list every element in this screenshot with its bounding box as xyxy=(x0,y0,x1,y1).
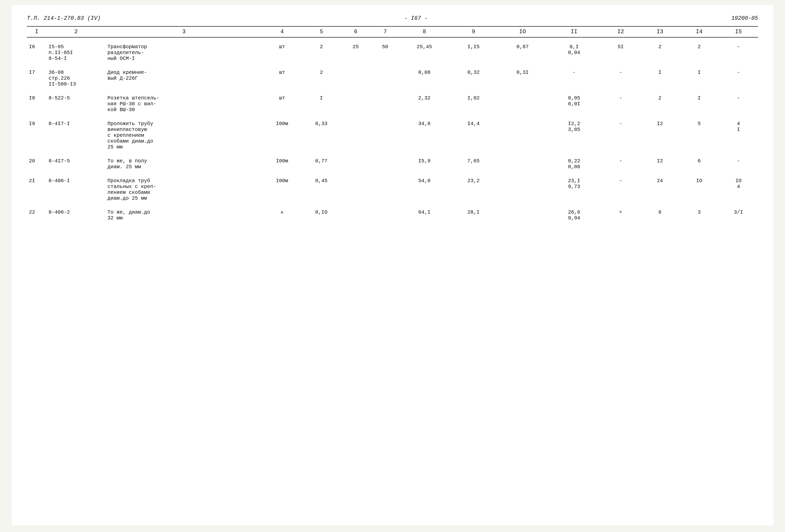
row21-col10 xyxy=(498,176,547,203)
row-spacer xyxy=(27,88,758,94)
row21-col5: 0,45 xyxy=(302,176,341,203)
row20-col15: - xyxy=(719,157,758,171)
page-header: Т.П. 214-1-270.83 (IV) - I67 - 19200-05 xyxy=(27,15,758,22)
row18-col15: - xyxy=(719,94,758,114)
row16-col4: шт xyxy=(262,43,302,63)
row22-col11: 26,6 9,94 xyxy=(547,208,601,222)
row20-col10 xyxy=(498,157,547,171)
row-spacer xyxy=(27,37,758,43)
row19-col3: Проложить трубувинипластовуюс креплением… xyxy=(105,119,262,152)
col-header-8: 8 xyxy=(400,26,449,37)
col-header-6: 6 xyxy=(341,26,371,37)
col-header-5: 5 xyxy=(302,26,341,37)
row17-col13: I xyxy=(640,68,680,88)
row17-col7 xyxy=(371,68,400,88)
row16-col10: 0,87 xyxy=(498,43,547,63)
row18-col1: I8 xyxy=(27,94,47,114)
row20-col1: 20 xyxy=(27,157,47,171)
row20-col12: - xyxy=(601,157,640,171)
col-header-4: 4 xyxy=(262,26,302,37)
row16-col9: I,I5 xyxy=(449,43,498,63)
row17-col15: - xyxy=(719,68,758,88)
row20-col5: 0,77 xyxy=(302,157,341,171)
page: Т.П. 214-1-270.83 (IV) - I67 - 19200-05 … xyxy=(12,5,773,525)
main-table: I 2 3 4 5 6 7 8 9 IO II I2 I3 I4 I5 xyxy=(27,26,758,222)
row19-col1: I9 xyxy=(27,119,47,152)
row21-col13: 24 xyxy=(640,176,680,203)
row18-col14: I xyxy=(680,94,719,114)
col-header-2: 2 xyxy=(47,26,105,37)
row21-col14: IO xyxy=(680,176,719,203)
row-spacer xyxy=(27,63,758,68)
row-spacer xyxy=(27,203,758,208)
row18-col6 xyxy=(341,94,371,114)
row16-col15: - xyxy=(719,43,758,63)
row22-col14: 3 xyxy=(680,208,719,222)
col-header-15: I5 xyxy=(719,26,758,37)
row20-col9: 7,65 xyxy=(449,157,498,171)
row18-col7 xyxy=(371,94,400,114)
row18-col3: Розетка штепсель-ная РШ-30 с вил-кой ВШ-… xyxy=(105,94,262,114)
row19-col2: 8-4I7-I xyxy=(47,119,105,152)
row21-col12: - xyxy=(601,176,640,203)
row-spacer xyxy=(27,171,758,176)
row18-col4: шт xyxy=(262,94,302,114)
row20-col4: I00м xyxy=(262,157,302,171)
header-right: 19200-05 xyxy=(731,15,758,22)
row22-col13: 6 xyxy=(640,208,680,222)
row16-col6: 25 xyxy=(341,43,371,63)
row17-col8: 0,08 xyxy=(400,68,449,88)
row17-col11: - xyxy=(547,68,601,88)
row21-col7 xyxy=(371,176,400,203)
row16-col1: I6 xyxy=(27,43,47,63)
table-row: 20 8-4I7-5 То же, в полудиам. 25 мм I00м… xyxy=(27,157,758,171)
col-header-10: IO xyxy=(498,26,547,37)
row21-col2: 8-406-I xyxy=(47,176,105,203)
row17-col5: 2 xyxy=(302,68,341,88)
row18-col13: 2 xyxy=(640,94,680,114)
row18-col10 xyxy=(498,94,547,114)
row22-col5: 0,IO xyxy=(302,208,341,222)
row22-col10 xyxy=(498,208,547,222)
row16-col13: 2 xyxy=(640,43,680,63)
col-header-14: I4 xyxy=(680,26,719,37)
row21-col6 xyxy=(341,176,371,203)
row19-col11: I2,2 3,85 xyxy=(547,119,601,152)
row18-col2: 8-522-5 xyxy=(47,94,105,114)
row17-col4: шт xyxy=(262,68,302,88)
row20-col6 xyxy=(341,157,371,171)
row21-col15: IO 4 xyxy=(719,176,758,203)
row19-col15: 4 I xyxy=(719,119,758,152)
row17-col10: 0,3I xyxy=(498,68,547,88)
row21-col1: 2I xyxy=(27,176,47,203)
header-center: - I67 - xyxy=(404,15,428,22)
row22-col7 xyxy=(371,208,400,222)
row19-col13: I2 xyxy=(640,119,680,152)
row16-col2: I5-05п.II-05I8-54-I xyxy=(47,43,105,63)
row16-col8: 25,45 xyxy=(400,43,449,63)
row21-col4: I00м xyxy=(262,176,302,203)
row20-col7 xyxy=(371,157,400,171)
row17-col1: I7 xyxy=(27,68,47,88)
row19-col6 xyxy=(341,119,371,152)
col-header-7: 7 xyxy=(371,26,400,37)
row22-col12: = xyxy=(601,208,640,222)
row19-col8: 34,8 xyxy=(400,119,449,152)
table-row: I7 36-08стр.226II-580-I3 Диод кремние-вы… xyxy=(27,68,758,88)
row22-col4: » xyxy=(262,208,302,222)
table-header-row: I 2 3 4 5 6 7 8 9 IO II I2 I3 I4 I5 xyxy=(27,26,758,37)
row21-col9: 23,2 xyxy=(449,176,498,203)
row19-col5: 0,33 xyxy=(302,119,341,152)
row18-col9: I,02 xyxy=(449,94,498,114)
row22-col1: 22 xyxy=(27,208,47,222)
row20-col14: 6 xyxy=(680,157,719,171)
col-header-3: 3 xyxy=(105,26,262,37)
row22-col8: 64,I xyxy=(400,208,449,222)
row17-col6 xyxy=(341,68,371,88)
row16-col12: 5I xyxy=(601,43,640,63)
row18-col11: 0,05 0,0I xyxy=(547,94,601,114)
row19-col4: I00м xyxy=(262,119,302,152)
row22-col2: 8-406-2 xyxy=(47,208,105,222)
row-spacer xyxy=(27,114,758,119)
row22-col9: 28,I xyxy=(449,208,498,222)
